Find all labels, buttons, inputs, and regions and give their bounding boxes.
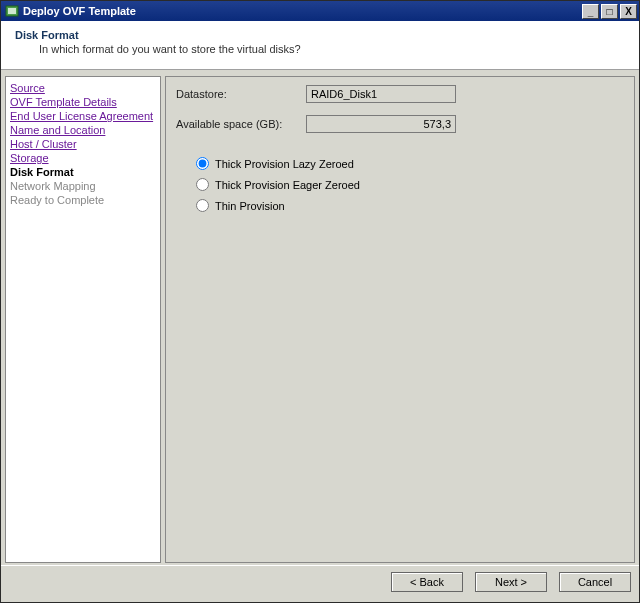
app-icon: [5, 4, 19, 18]
sidebar-item-source[interactable]: Source: [10, 81, 156, 95]
wizard-buttons: < Back Next > Cancel: [1, 565, 639, 602]
space-value: 573,3: [306, 115, 456, 133]
page-title: Disk Format: [15, 29, 625, 41]
cancel-button[interactable]: Cancel: [559, 572, 631, 592]
sidebar-item-ovf-details[interactable]: OVF Template Details: [10, 95, 156, 109]
sidebar-item-host-cluster[interactable]: Host / Cluster: [10, 137, 156, 151]
page-subtitle: In which format do you want to store the…: [39, 43, 625, 55]
next-button[interactable]: Next >: [475, 572, 547, 592]
radio-thick-lazy-label: Thick Provision Lazy Zeroed: [215, 158, 354, 170]
radio-thick-eager-label: Thick Provision Eager Zeroed: [215, 179, 360, 191]
titlebar: Deploy OVF Template _ □ X: [1, 1, 639, 21]
window-title: Deploy OVF Template: [23, 5, 580, 17]
provision-radio-group: Thick Provision Lazy Zeroed Thick Provis…: [176, 157, 624, 212]
sidebar-item-ready-complete: Ready to Complete: [10, 193, 156, 207]
radio-thin-input[interactable]: [196, 199, 209, 212]
window: Deploy OVF Template _ □ X Disk Format In…: [0, 0, 640, 603]
radio-thick-lazy-input[interactable]: [196, 157, 209, 170]
close-button[interactable]: X: [620, 4, 637, 19]
wizard-sidebar: Source OVF Template Details End User Lic…: [5, 76, 161, 563]
sidebar-item-eula[interactable]: End User License Agreement: [10, 109, 156, 123]
sidebar-item-storage[interactable]: Storage: [10, 151, 156, 165]
body: Source OVF Template Details End User Lic…: [1, 70, 639, 565]
radio-thick-lazy[interactable]: Thick Provision Lazy Zeroed: [196, 157, 624, 170]
radio-thick-eager-input[interactable]: [196, 178, 209, 191]
header: Disk Format In which format do you want …: [1, 21, 639, 70]
datastore-label: Datastore:: [176, 88, 306, 100]
minimize-button[interactable]: _: [582, 4, 599, 19]
sidebar-item-disk-format: Disk Format: [10, 165, 156, 179]
content-pane: Datastore: RAID6_Disk1 Available space (…: [165, 76, 635, 563]
sidebar-item-name-location[interactable]: Name and Location: [10, 123, 156, 137]
svg-rect-1: [8, 8, 16, 14]
radio-thick-eager[interactable]: Thick Provision Eager Zeroed: [196, 178, 624, 191]
datastore-row: Datastore: RAID6_Disk1: [176, 85, 624, 103]
back-button[interactable]: < Back: [391, 572, 463, 592]
radio-thin[interactable]: Thin Provision: [196, 199, 624, 212]
sidebar-item-network-mapping: Network Mapping: [10, 179, 156, 193]
radio-thin-label: Thin Provision: [215, 200, 285, 212]
window-controls: _ □ X: [580, 4, 637, 19]
maximize-button[interactable]: □: [601, 4, 618, 19]
datastore-value: RAID6_Disk1: [306, 85, 456, 103]
space-row: Available space (GB): 573,3: [176, 115, 624, 133]
space-label: Available space (GB):: [176, 118, 306, 130]
